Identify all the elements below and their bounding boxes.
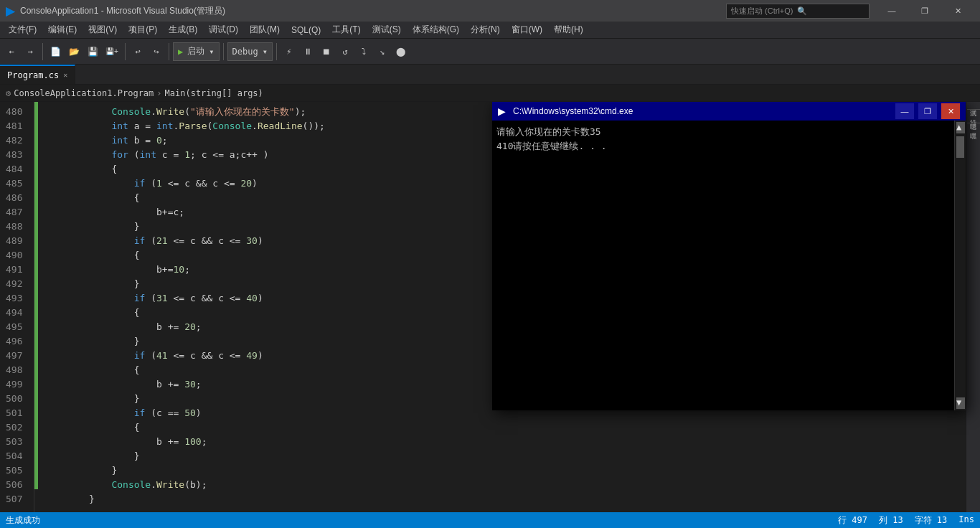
build-status: 生成成功: [6, 515, 40, 525]
toolbar-sep3: [169, 43, 169, 60]
restore-button[interactable]: ❐: [908, 0, 941, 22]
title-bar: ▶ ConsoleApplication1 - Microsoft Visual…: [0, 0, 980, 22]
line-number: 498: [0, 363, 28, 377]
cmd-restore-button[interactable]: ❐: [918, 103, 937, 119]
line-number: 497: [0, 349, 28, 363]
quick-launch-search[interactable]: 快速启动 (Ctrl+Q) 🔍: [726, 4, 870, 19]
forward-btn[interactable]: →: [22, 42, 39, 61]
line-number: 492: [0, 277, 28, 291]
status-line[interactable]: 行 497: [838, 514, 867, 527]
menu-test[interactable]: 测试(S): [367, 22, 407, 38]
cmd-line2: 410请按任意键继续. . .: [496, 139, 950, 154]
code-line: }: [38, 449, 966, 463]
status-mode: Ins: [958, 514, 974, 527]
minimize-button[interactable]: —: [875, 0, 908, 22]
menu-debug[interactable]: 调试(D): [203, 22, 244, 38]
line-number: 486: [0, 191, 28, 205]
start-debug-dropdown[interactable]: ▶ 启动 ▾: [173, 42, 219, 61]
new-file-btn[interactable]: 📄: [47, 42, 64, 61]
tab-bar: Program.cs ✕: [0, 65, 980, 85]
line-numbers: 4804814824834844854864874884894904914924…: [0, 102, 34, 512]
menu-arch[interactable]: 体系结构(G): [407, 22, 465, 38]
restart-btn[interactable]: ↺: [336, 42, 354, 61]
undo-btn[interactable]: ↩: [129, 42, 146, 61]
menu-help[interactable]: 帮助(H): [548, 22, 589, 38]
breadcrumb-namespace[interactable]: ConsoleApplication1.Program: [14, 88, 154, 98]
line-number: 507: [0, 492, 28, 506]
tab-program-cs[interactable]: Program.cs ✕: [0, 65, 75, 84]
stop-btn[interactable]: ⏹: [318, 42, 335, 61]
cmd-scroll-down[interactable]: ▼: [956, 397, 965, 409]
breadcrumb-sep: ›: [156, 88, 161, 98]
line-number: 501: [0, 406, 28, 420]
menu-project[interactable]: 项目(P): [123, 22, 163, 38]
menu-file[interactable]: 文件(F): [3, 22, 42, 38]
code-line: {: [38, 420, 966, 435]
save-btn[interactable]: 💾: [84, 42, 101, 61]
cmd-line1: 请输入你现在的关卡数35: [496, 125, 950, 139]
menu-build[interactable]: 生成(B): [163, 22, 203, 38]
tab-filename: Program.cs: [7, 70, 59, 80]
cmd-scrollbar[interactable]: ▲ ▼: [954, 121, 966, 410]
cmd-minimize-button[interactable]: —: [895, 103, 914, 119]
window-controls: — ❐ ✕: [875, 0, 974, 22]
cmd-scroll-up[interactable]: ▲: [956, 122, 965, 133]
cmd-scroll-thumb[interactable]: [956, 136, 964, 158]
menu-team[interactable]: 团队(M): [244, 22, 286, 38]
tab-close-button[interactable]: ✕: [63, 71, 67, 79]
toolbar-sep1: [42, 43, 43, 60]
right-tool-panel: 测试 沿行 嗯嗯 嘿嘿: [966, 102, 980, 512]
attach-btn[interactable]: ⚡: [281, 42, 298, 61]
status-char[interactable]: 字符 13: [915, 514, 948, 527]
menu-sql[interactable]: SQL(Q): [286, 22, 326, 38]
line-number: 495: [0, 320, 28, 334]
step-in-btn[interactable]: ↘: [374, 42, 391, 61]
cmd-title-text: C:\Windows\system32\cmd.exe: [513, 106, 891, 116]
menu-tools[interactable]: 工具(T): [326, 22, 366, 38]
status-right: 行 497 列 13 字符 13 Ins: [838, 514, 974, 527]
start-label: 启动: [187, 45, 204, 57]
redo-btn[interactable]: ↪: [148, 42, 165, 61]
cmd-close-button[interactable]: ✕: [941, 103, 960, 119]
line-number: 502: [0, 420, 28, 435]
line-number: 500: [0, 392, 28, 406]
line-number: 496: [0, 334, 28, 349]
menu-analyze[interactable]: 分析(N): [465, 22, 506, 38]
line-number: 505: [0, 463, 28, 478]
menu-view[interactable]: 视图(V): [83, 22, 123, 38]
cmd-output: 请输入你现在的关卡数35 410请按任意键继续. . .: [492, 121, 954, 410]
line-number: 504: [0, 449, 28, 463]
step-over-btn[interactable]: ⤵: [355, 42, 372, 61]
save-all-btn[interactable]: 💾+: [103, 42, 121, 61]
code-line: }: [38, 463, 966, 478]
menu-bar: 文件(F) 编辑(E) 视图(V) 项目(P) 生成(B) 调试(D) 团队(M…: [0, 22, 980, 39]
menu-edit[interactable]: 编辑(E): [42, 22, 83, 38]
open-btn[interactable]: 📂: [65, 42, 83, 61]
toolbar-sep2: [125, 43, 126, 60]
pause-btn[interactable]: ⏸: [299, 42, 316, 61]
debug-mode-dropdown[interactable]: Debug ▾: [227, 42, 273, 61]
breadcrumb-member[interactable]: Main(string[] args): [165, 88, 263, 98]
toolbar-sep4: [223, 43, 224, 60]
cmd-title-bar: ▶ C:\Windows\system32\cmd.exe — ❐ ✕: [492, 102, 966, 121]
line-number: 493: [0, 291, 28, 306]
cmd-window[interactable]: ▶ C:\Windows\system32\cmd.exe — ❐ ✕ 请输入你…: [492, 102, 966, 410]
code-line: b += 100;: [38, 435, 966, 449]
line-number: 490: [0, 248, 28, 263]
line-number: 488: [0, 220, 28, 234]
line-number: 483: [0, 148, 28, 162]
breakpoint-btn[interactable]: ⬤: [392, 42, 410, 61]
close-button[interactable]: ✕: [941, 0, 974, 22]
right-panel-sep1: [967, 109, 980, 110]
toolbar-sep5: [276, 43, 277, 60]
line-number: 481: [0, 119, 28, 133]
app-title: ConsoleApplication1 - Microsoft Visual S…: [20, 5, 726, 17]
line-number: 506: [0, 478, 28, 492]
breadcrumb-icon: ⚙: [6, 88, 11, 98]
menu-window[interactable]: 窗口(W): [506, 22, 548, 38]
status-col[interactable]: 列 13: [879, 514, 903, 527]
code-line: }: [38, 492, 966, 506]
back-btn[interactable]: ←: [3, 42, 20, 61]
line-number: 482: [0, 133, 28, 148]
breadcrumb: ⚙ ConsoleApplication1.Program › Main(str…: [0, 85, 980, 102]
